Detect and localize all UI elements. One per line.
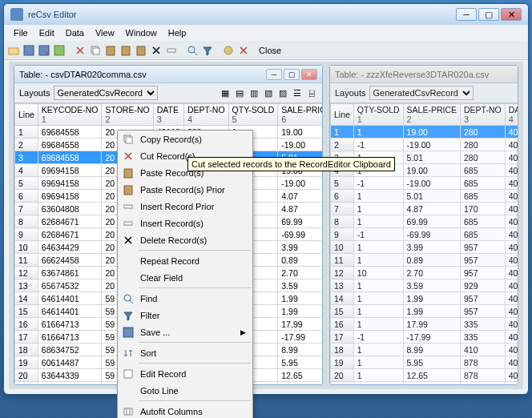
insert-icon[interactable]	[165, 44, 178, 57]
maximize-button[interactable]: ▢	[478, 8, 499, 21]
ctx-clear-field[interactable]: Clear Field	[118, 269, 252, 286]
view5-icon[interactable]: ▨	[277, 87, 288, 98]
minimize-button[interactable]: ─	[456, 8, 477, 21]
view1-icon[interactable]: ▦	[220, 87, 231, 98]
saveas-icon[interactable]	[38, 44, 50, 57]
right-table[interactable]: LineQTY-SOLD1SALE-PRICE2DEPT-NO3DATE4STO…	[330, 103, 518, 384]
open-icon[interactable]	[7, 44, 20, 57]
menu-view[interactable]: View	[91, 26, 119, 39]
svg-rect-20	[124, 370, 132, 378]
menu-edit[interactable]: Edit	[34, 26, 59, 39]
view2-icon[interactable]: ▤	[234, 87, 245, 98]
menu-data[interactable]: Data	[61, 26, 89, 39]
left-layout-select[interactable]: GeneratedCsvRecord	[54, 86, 158, 100]
ctx-insert-record-prior[interactable]: Insert Record Prior	[118, 198, 252, 215]
col-header[interactable]: DEPT-NO3	[461, 104, 506, 126]
ctx-insert-record-s-[interactable]: Insert Record(s)	[118, 215, 252, 231]
left-title-bar[interactable]: Table: - csvDTAR020comma.csv ─ ▢ ✕	[14, 66, 322, 83]
left-min-button[interactable]: ─	[266, 69, 282, 80]
table-row[interactable]: 9-1-69.996854011820	[331, 228, 518, 241]
col-header[interactable]: KEYCODE-NO1	[38, 104, 102, 126]
save-icon[interactable]	[22, 44, 35, 57]
col-header[interactable]: STORE-NO2	[102, 104, 153, 126]
ctx-label: Delete Record(s)	[140, 235, 207, 245]
table-row[interactable]: 1915.958784011859	[331, 356, 518, 369]
ctx-goto-line[interactable]: Goto Line	[118, 382, 252, 399]
ctx-paste-record-s-prior[interactable]: Paste Record(s) Prior	[118, 181, 252, 198]
right-title-bar[interactable]: Table: - zzzXfeReverse3DTAR020a.csv	[330, 66, 518, 83]
ctx-find[interactable]: Find	[118, 290, 252, 307]
ctx-edit-record[interactable]: Edit Record	[118, 365, 252, 382]
paste2-icon[interactable]	[119, 44, 132, 57]
menu-help[interactable]: Help	[163, 26, 191, 39]
ctx-label: Copy Record(s)	[140, 135, 202, 144]
paste-icon[interactable]	[104, 44, 117, 57]
table-row[interactable]: 1411.999574011859	[331, 292, 518, 305]
svg-point-18	[124, 295, 131, 301]
left-max-button[interactable]: ▢	[284, 69, 300, 80]
right-layout-select[interactable]: GeneratedCsvRecord	[369, 86, 474, 100]
table-row[interactable]: 1818.994104011859	[331, 344, 518, 356]
svg-rect-19	[123, 328, 133, 337]
table-row[interactable]: 8169.996854011820	[331, 215, 518, 228]
table-row[interactable]: 5-1-19.006854011820	[331, 177, 518, 190]
table-row[interactable]: 714.871704011820	[331, 203, 518, 215]
col-header[interactable]: QTY-SOLD5	[228, 104, 278, 126]
table-row[interactable]: 1119.002804011820	[331, 126, 518, 139]
delete-icon[interactable]	[150, 44, 163, 57]
table-row[interactable]: 17-1-17.993354011859	[331, 331, 518, 344]
col-header[interactable]: DATE3	[153, 104, 183, 126]
col-header[interactable]: Line	[331, 104, 354, 126]
table-row[interactable]: 2-1-19.002804011820	[331, 139, 518, 151]
table-row[interactable]: 12102.709574011820	[331, 267, 518, 279]
view6-icon[interactable]: ☰	[292, 87, 303, 98]
table-row[interactable]: 16117.993354011859	[331, 318, 518, 331]
ctx-copy-record-s-[interactable]: Copy Record(s)	[118, 131, 252, 147]
options-icon[interactable]	[222, 44, 235, 57]
find-icon[interactable]	[186, 44, 199, 57]
col-header[interactable]: SALE-PRICE2	[403, 104, 460, 126]
cut-icon[interactable]	[74, 44, 87, 57]
settings-icon[interactable]	[237, 44, 250, 57]
svg-rect-15	[124, 186, 132, 195]
view3-icon[interactable]: ▥	[248, 87, 260, 98]
menu-window[interactable]: Window	[121, 26, 162, 39]
menu-file[interactable]: File	[9, 26, 33, 39]
ctx-label: Filter	[140, 311, 159, 320]
table-row[interactable]: 2113.996204011859	[331, 382, 518, 385]
ctx-delete-record-s-[interactable]: Delete Record(s)	[118, 231, 252, 248]
table-row[interactable]: 1013.999574011820	[331, 241, 518, 254]
ctx-autofit-columns[interactable]: Autofit Columns	[118, 403, 252, 418]
ctx-label: Clear Field	[140, 273, 183, 283]
ctx-sort[interactable]: Sort	[118, 344, 252, 361]
view7-icon[interactable]: ⌸	[306, 87, 317, 98]
paste3-icon[interactable]	[135, 44, 147, 57]
autofit-icon	[119, 405, 137, 418]
table-row[interactable]: 1313.599294011820	[331, 279, 518, 292]
toolbar-close-label[interactable]: Close	[259, 46, 281, 55]
right-csv-window: Table: - zzzXfeReverse3DTAR020a.csv Layo…	[329, 65, 518, 385]
copy-icon[interactable]	[89, 44, 102, 57]
ctx-save-[interactable]: Save ...▶	[118, 324, 252, 340]
col-header[interactable]: DATE4	[505, 104, 518, 126]
col-header[interactable]: DEPT-NO4	[183, 104, 228, 126]
view4-icon[interactable]: ▧	[263, 87, 274, 98]
ctx-repeat-record[interactable]: Repeat Record	[118, 252, 252, 269]
table-row[interactable]: 1511.999574011859	[331, 305, 518, 318]
svg-rect-3	[54, 46, 64, 55]
export-icon[interactable]	[53, 44, 66, 57]
left-close-button[interactable]: ✕	[301, 69, 317, 80]
title-bar[interactable]: reCsv Editor ─ ▢ ✕	[4, 4, 528, 25]
table-row[interactable]: 615.016854011820	[331, 190, 518, 203]
col-header[interactable]: QTY-SOLD1	[353, 104, 403, 126]
table-row[interactable]: 1110.899574011820	[331, 254, 518, 267]
ctx-label: Insert Record Prior	[140, 202, 214, 211]
svg-rect-7	[122, 46, 130, 55]
col-header[interactable]: Line	[15, 104, 38, 126]
close-button[interactable]: ✕	[501, 8, 522, 21]
table-row[interactable]: 20112.658784011859	[331, 369, 518, 382]
filter-icon[interactable]	[201, 44, 214, 57]
col-header[interactable]: SALE-PRICE6	[278, 104, 322, 126]
svg-rect-17	[124, 222, 132, 225]
ctx-filter[interactable]: Filter	[118, 307, 252, 324]
